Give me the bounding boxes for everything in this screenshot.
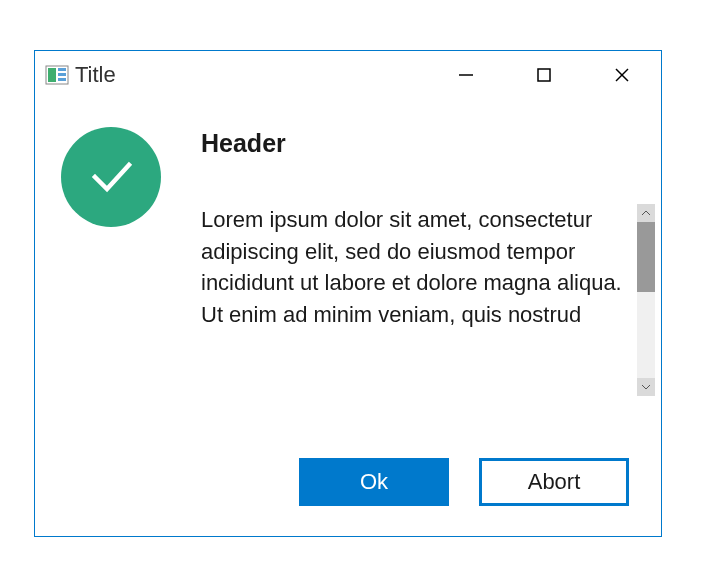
success-icon bbox=[61, 127, 161, 227]
titlebar: Title bbox=[35, 51, 661, 99]
minimize-button[interactable] bbox=[427, 51, 505, 99]
window-icon bbox=[43, 63, 71, 87]
minimize-icon bbox=[457, 66, 475, 84]
dialog-icon-column bbox=[61, 127, 161, 396]
window-title: Title bbox=[75, 62, 427, 88]
abort-button[interactable]: Abort bbox=[479, 458, 629, 506]
dialog-header: Header bbox=[201, 129, 655, 158]
svg-rect-2 bbox=[58, 68, 66, 71]
ok-button[interactable]: Ok bbox=[299, 458, 449, 506]
svg-rect-4 bbox=[58, 78, 66, 81]
scroll-thumb[interactable] bbox=[637, 222, 655, 292]
dialog-button-row: Ok Abort bbox=[299, 458, 629, 506]
dialog-body-text: Lorem ipsum dolor sit amet, consectetur … bbox=[201, 204, 637, 396]
check-icon bbox=[83, 149, 139, 205]
chevron-down-icon bbox=[641, 384, 651, 390]
dialog-text-column: Header Lorem ipsum dolor sit amet, conse… bbox=[161, 127, 661, 396]
dialog-window: Title bbox=[34, 50, 662, 537]
maximize-icon bbox=[535, 66, 553, 84]
dialog-content: Header Lorem ipsum dolor sit amet, conse… bbox=[35, 99, 661, 396]
svg-rect-1 bbox=[48, 68, 56, 82]
chevron-up-icon bbox=[641, 210, 651, 216]
close-icon bbox=[613, 66, 631, 84]
maximize-button[interactable] bbox=[505, 51, 583, 99]
scroll-down-button[interactable] bbox=[637, 378, 655, 396]
window-controls bbox=[427, 51, 661, 99]
dialog-body-scroll: Lorem ipsum dolor sit amet, consectetur … bbox=[201, 204, 655, 396]
close-button[interactable] bbox=[583, 51, 661, 99]
svg-rect-3 bbox=[58, 73, 66, 76]
svg-rect-6 bbox=[538, 69, 550, 81]
scroll-up-button[interactable] bbox=[637, 204, 655, 222]
scrollbar[interactable] bbox=[637, 204, 655, 396]
